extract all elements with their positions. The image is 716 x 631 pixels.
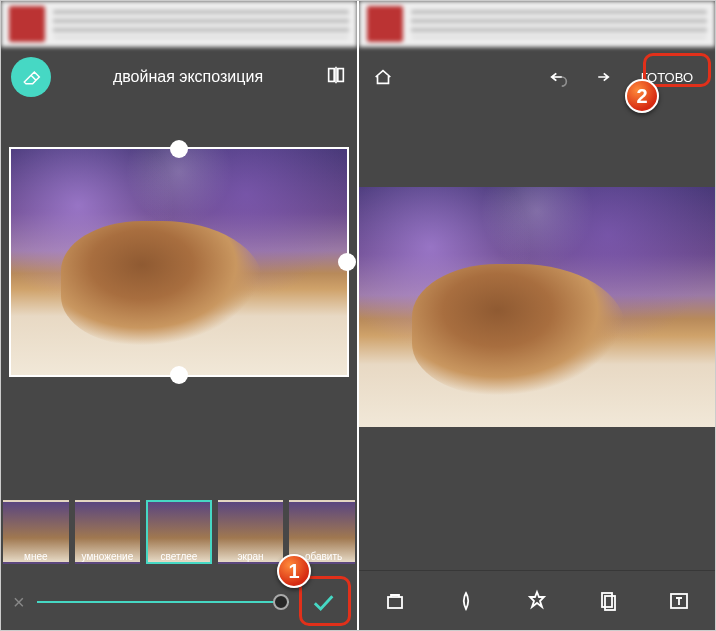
eraser-button[interactable] [11,57,51,97]
blend-mode-item[interactable]: мнее [3,500,69,564]
edited-image [11,149,347,375]
blend-label: светлее [146,551,212,562]
left-screenshot: двойная экспозиция мнееумножениесветлееэ… [1,1,357,630]
slider-knob[interactable] [273,594,289,610]
styles-icon[interactable] [379,585,411,617]
export-icon[interactable] [592,585,624,617]
redo-icon[interactable] [587,63,615,91]
blend-mode-item[interactable]: экран [218,500,284,564]
ad-banner [359,1,715,47]
tools-icon[interactable] [521,585,553,617]
undo-icon[interactable] [545,63,573,91]
compare-icon[interactable] [325,64,347,91]
svg-rect-5 [605,596,615,610]
canvas-area[interactable] [1,107,357,490]
cancel-button[interactable]: × [13,591,25,614]
blend-label: мнее [3,551,69,562]
image-frame[interactable] [9,147,349,377]
preview-area[interactable] [359,107,715,570]
bottom-nav [359,570,715,630]
main-topbar: ГОТОВО [359,47,715,107]
apply-button[interactable] [301,580,345,624]
annotation-callout-1: 1 [277,554,311,588]
svg-rect-4 [602,593,612,607]
ad-banner [1,1,357,47]
editor-topbar: двойная экспозиция [1,47,357,107]
resize-handle-right[interactable] [338,253,356,271]
svg-rect-3 [388,597,402,608]
resize-handle-top[interactable] [170,140,188,158]
svg-rect-0 [329,68,335,81]
home-icon[interactable] [369,63,397,91]
blend-label: умножение [75,551,141,562]
text-icon[interactable] [663,585,695,617]
annotation-callout-2: 2 [625,79,659,113]
resize-handle-bottom[interactable] [170,366,188,384]
blend-mode-item[interactable]: светлее [146,500,212,564]
result-image [359,187,715,427]
looks-icon[interactable] [450,585,482,617]
blend-label: экран [218,551,284,562]
opacity-slider[interactable] [37,601,289,603]
svg-rect-1 [338,68,344,81]
blend-mode-item[interactable]: умножение [75,500,141,564]
screen-title: двойная экспозиция [65,68,311,86]
right-screenshot: ГОТОВО 2 [359,1,715,630]
